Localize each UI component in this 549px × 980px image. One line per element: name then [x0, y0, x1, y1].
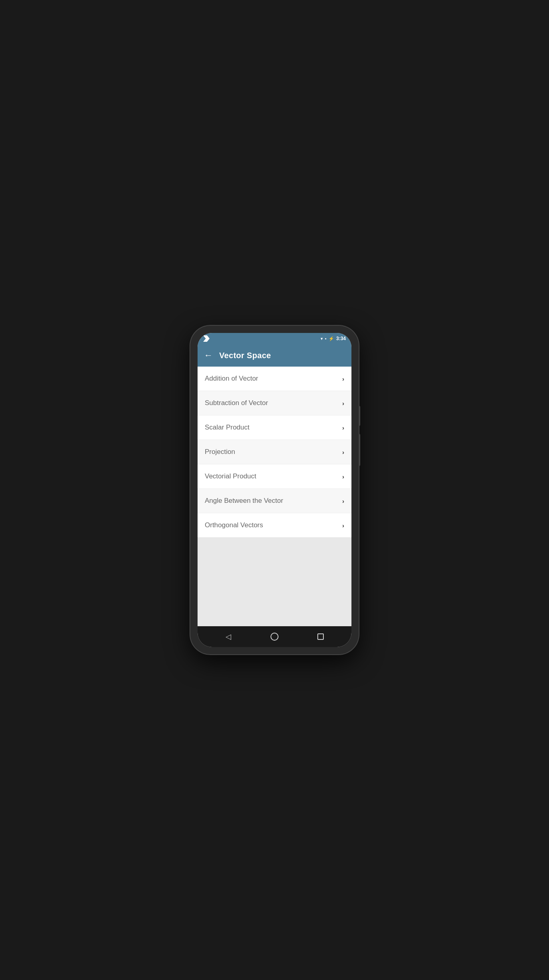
- list-item-vectorial[interactable]: Vectorial Product ›: [198, 464, 351, 489]
- content-area: Addition of Vector › Subtraction of Vect…: [198, 367, 351, 626]
- chevron-right-icon-orthogonal: ›: [342, 522, 344, 529]
- menu-list: Addition of Vector › Subtraction of Vect…: [198, 367, 351, 537]
- list-item-angle[interactable]: Angle Between the Vector ›: [198, 489, 351, 513]
- nav-recent-button[interactable]: [312, 628, 329, 645]
- list-item-orthogonal[interactable]: Orthogonal Vectors ›: [198, 513, 351, 537]
- chevron-right-icon-scalar: ›: [342, 424, 344, 431]
- chevron-right-icon-angle: ›: [342, 498, 344, 504]
- chevron-right-icon-subtraction: ›: [342, 400, 344, 407]
- nav-recent-icon: [317, 633, 324, 640]
- status-bar: ▾ ▪ ⚡ 3:34: [198, 333, 351, 344]
- item-label-subtraction: Subtraction of Vector: [205, 399, 268, 407]
- app-logo-icon: [203, 335, 210, 342]
- status-time: 3:34: [336, 336, 346, 341]
- item-label-scalar: Scalar Product: [205, 423, 250, 432]
- item-label-angle: Angle Between the Vector: [205, 497, 283, 505]
- back-button[interactable]: ←: [204, 351, 213, 360]
- battery-icon: ⚡: [329, 336, 334, 341]
- chevron-right-icon-vectorial: ›: [342, 473, 344, 480]
- chevron-right-icon-addition: ›: [342, 375, 344, 382]
- side-button-volume: [359, 406, 360, 426]
- side-button-power: [359, 434, 360, 466]
- item-label-projection: Projection: [205, 448, 235, 456]
- nav-back-icon: ◁: [226, 632, 231, 641]
- signal-icon: ▪: [325, 336, 327, 341]
- phone-screen: ▾ ▪ ⚡ 3:34 ← Vector Space Addition of Ve…: [198, 333, 351, 647]
- list-item-scalar[interactable]: Scalar Product ›: [198, 415, 351, 440]
- item-label-vectorial: Vectorial Product: [205, 472, 256, 480]
- nav-back-button[interactable]: ◁: [220, 628, 237, 645]
- wifi-icon: ▾: [321, 336, 323, 341]
- status-right: ▾ ▪ ⚡ 3:34: [321, 336, 346, 341]
- nav-home-icon: [270, 633, 279, 641]
- app-bar: ← Vector Space: [198, 344, 351, 367]
- item-label-addition: Addition of Vector: [205, 375, 258, 383]
- status-left: [203, 335, 210, 342]
- item-label-orthogonal: Orthogonal Vectors: [205, 521, 263, 529]
- empty-area: [198, 537, 351, 577]
- list-item-addition[interactable]: Addition of Vector ›: [198, 367, 351, 391]
- navigation-bar: ◁: [198, 626, 351, 647]
- chevron-right-icon-projection: ›: [342, 449, 344, 456]
- list-item-subtraction[interactable]: Subtraction of Vector ›: [198, 391, 351, 415]
- phone-frame: ▾ ▪ ⚡ 3:34 ← Vector Space Addition of Ve…: [190, 326, 359, 654]
- list-item-projection[interactable]: Projection ›: [198, 440, 351, 464]
- page-title: Vector Space: [219, 351, 271, 360]
- nav-home-button[interactable]: [266, 628, 283, 645]
